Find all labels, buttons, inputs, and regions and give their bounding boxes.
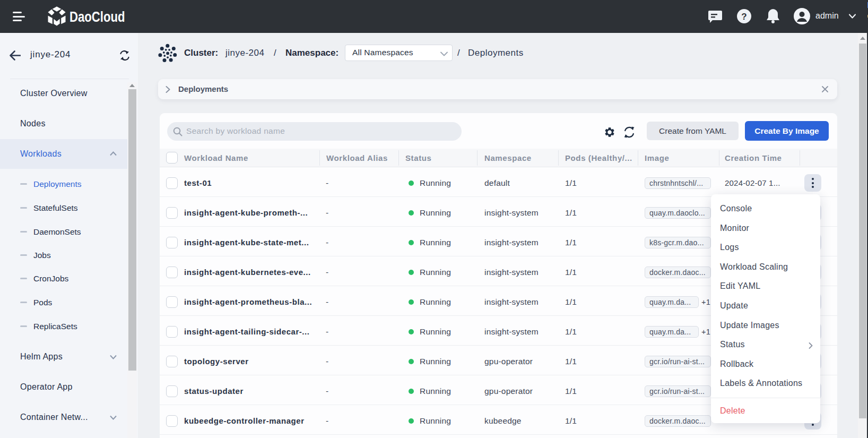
svg-text:?: ? — [741, 12, 747, 22]
